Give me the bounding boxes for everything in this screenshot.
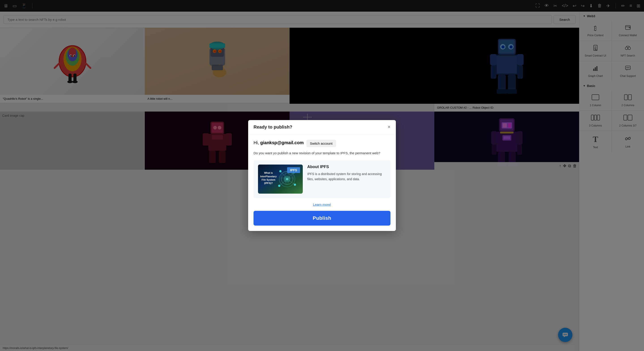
svg-point-133 — [294, 184, 296, 186]
ipfs-thumbnail: IPFS What is InterPlanetary File System … — [258, 165, 303, 194]
ipfs-line1: What is — [260, 171, 276, 175]
modal-body: Hi, gianksp@gmail.com Switch account Do … — [248, 134, 396, 231]
modal-description: Do you want yo publish a new revision of… — [254, 151, 390, 156]
modal-header: Ready to publish? × — [248, 120, 396, 134]
svg-text:IPFS: IPFS — [290, 168, 297, 172]
publish-button[interactable]: Publish — [254, 211, 390, 226]
ipfs-info-box: IPFS What is InterPlanetary File System … — [254, 160, 390, 198]
ipfs-line3: File System — [260, 178, 276, 182]
modal-close-button[interactable]: × — [388, 124, 390, 129]
ipfs-line2: InterPlanetary — [260, 175, 276, 178]
greeting-email: gianksp@gmail.com — [260, 140, 304, 145]
greeting-prefix: Hi, — [254, 140, 260, 145]
greeting-row: Hi, gianksp@gmail.com Switch account — [254, 140, 390, 147]
greeting-text: Hi, gianksp@gmail.com — [254, 140, 304, 145]
publish-modal: Ready to publish? × Hi, gianksp@gmail.co… — [248, 120, 396, 231]
svg-point-131 — [279, 170, 282, 172]
ipfs-info-text: IPFS is a distributed system for storing… — [307, 171, 386, 182]
publish-modal-overlay: Ready to publish? × Hi, gianksp@gmail.co… — [0, 0, 644, 351]
modal-title: Ready to publish? — [254, 124, 292, 130]
learn-more-link[interactable]: Learn more! — [254, 203, 390, 206]
ipfs-line4: (IPFS)? — [260, 182, 276, 185]
svg-point-134 — [278, 185, 280, 187]
ipfs-info-content: About IPFS IPFS is a distributed system … — [307, 165, 386, 182]
switch-account-button[interactable]: Switch account — [306, 140, 336, 147]
ipfs-info-title: About IPFS — [307, 165, 386, 169]
ipfs-thumbnail-text: What is InterPlanetary File System (IPFS… — [260, 171, 276, 185]
